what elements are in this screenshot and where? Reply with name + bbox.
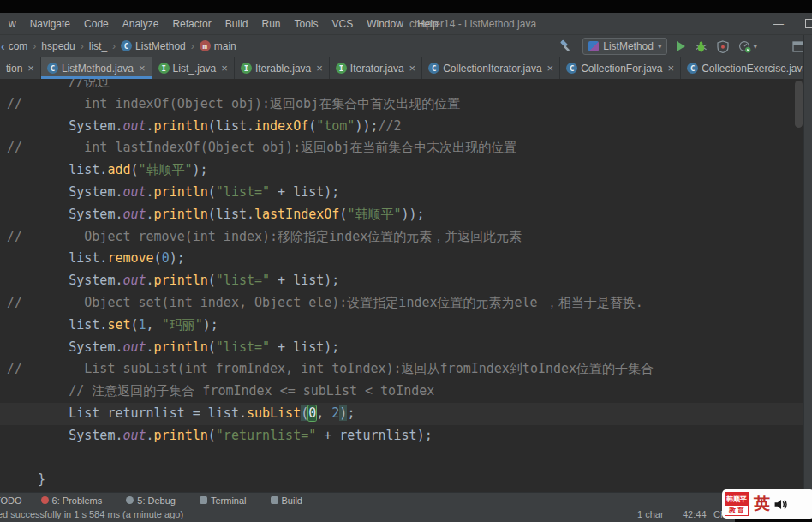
menu-item-run[interactable]: Run [254, 13, 287, 35]
code-segment: // int lastIndexOf(Object obj):返回obj在当前集… [7, 140, 516, 155]
debug-button[interactable] [695, 40, 708, 53]
run-config-select[interactable]: ListMethod ▾ [582, 38, 667, 55]
toolwindow-button-build[interactable]: Build [271, 495, 302, 506]
build-hammer-icon[interactable] [559, 39, 573, 53]
code-segment: "list=" [216, 339, 270, 355]
right-toolwindow-stripe[interactable] [803, 35, 812, 507]
code-segment: System. [7, 118, 122, 134]
code-line-6[interactable]: System.out.println("list=" + list); [0, 182, 803, 204]
code-segment: . [146, 273, 154, 288]
toolwindow-button-terminal[interactable]: Terminal [200, 495, 247, 506]
menu-item-tools[interactable]: Tools [288, 13, 325, 35]
tab-tion[interactable]: tion× [0, 57, 41, 79]
breadcrumb-item-main[interactable]: mmain [200, 40, 236, 52]
toolwindow-button-todo[interactable]: TODO [0, 495, 22, 506]
code-segment: + list); [270, 339, 339, 355]
coverage-button[interactable] [717, 40, 729, 53]
code-line-10[interactable]: System.out.println("list=" + list); [0, 270, 803, 292]
breadcrumb-item-list[interactable]: list_ [89, 40, 107, 52]
code-line-11[interactable]: // Object set(int index, Object ele):设置指… [0, 292, 803, 315]
code-line-2[interactable]: // int indexOf(Object obj):返回obj在集合中首次出现… [0, 93, 803, 116]
code-segment: 1 [139, 317, 146, 333]
tab-collectionfor-java[interactable]: CCollectionFor.java× [560, 57, 681, 79]
code-line-4[interactable]: // int lastIndexOf(Object obj):返回obj在当前集… [0, 137, 803, 159]
class-icon: C [566, 63, 577, 74]
nav-back-icon[interactable]: ‹ [1, 39, 5, 53]
code-segment: )); [401, 207, 424, 222]
code-line-7[interactable]: System.out.println(list.lastIndexOf("韩顺平… [0, 204, 803, 226]
caret-position[interactable]: 42:44 [683, 507, 707, 522]
close-icon[interactable]: × [27, 63, 34, 74]
tab-listmethod-java[interactable]: CListMethod.java× [41, 57, 152, 79]
menu-item-window[interactable]: Window [360, 13, 410, 35]
tab-collectionexercise-java[interactable]: CCollectionExercise.java× [681, 57, 812, 79]
breadcrumb-label: com [9, 40, 28, 52]
menu-item-navigate[interactable]: Navigate [23, 13, 77, 35]
maximize-button[interactable] [805, 19, 812, 28]
code-segment: add [107, 162, 130, 177]
code-line-14[interactable]: // List subList(int fromIndex, int toInd… [0, 358, 803, 381]
status-message: ed successfully in 1 s 584 ms (a minute … [0, 507, 183, 522]
tab-label: CollectionFor.java [581, 63, 662, 75]
profiler-button[interactable]: ▾ [738, 40, 757, 53]
close-icon[interactable]: × [668, 63, 675, 74]
code-line-13[interactable]: System.out.println("list=" + list); [0, 337, 803, 359]
code-line-5[interactable]: list.add("韩顺平"); [0, 159, 803, 182]
toolwindow-button-6-problems[interactable]: 6: Problems [41, 495, 103, 506]
code-line-12[interactable]: list.set(1, "玛丽"); [0, 315, 803, 337]
close-icon[interactable]: × [547, 63, 554, 74]
menu-item-w[interactable]: w [2, 13, 23, 35]
tab-iterator-java[interactable]: IIterator.java× [330, 57, 422, 79]
menu-item-analyze[interactable]: Analyze [116, 13, 166, 35]
code-line-16[interactable]: List returnlist = list.subList(0, 2); [0, 403, 803, 425]
code-line-3[interactable]: System.out.println(list.indexOf("tom"));… [0, 116, 803, 138]
code-line-8[interactable]: // Object remove(int index):移除指定index位置的… [0, 226, 803, 249]
terminal-icon [200, 496, 207, 504]
toolwindow-button-5-debug[interactable]: 5: Debug [126, 495, 176, 506]
code-segment: , [146, 317, 162, 333]
tab-list-java[interactable]: IList_.java× [152, 57, 235, 79]
code-segment: out [122, 339, 146, 355]
close-icon[interactable]: × [409, 63, 416, 74]
editor-scrollbar[interactable] [795, 81, 803, 128]
code-segment: indexOf [254, 118, 308, 134]
code-line-9[interactable]: list.remove(0); [0, 248, 803, 270]
breadcrumb-item-hspedu[interactable]: hspedu [41, 40, 75, 52]
toolwindow-label: Terminal [211, 495, 247, 506]
breadcrumb-label: ListMethod [135, 40, 186, 52]
close-icon[interactable]: × [139, 63, 146, 74]
toolwindow-label: 6: Problems [52, 495, 103, 506]
code-segment: //2 [379, 118, 402, 134]
code-segment: lastIndexOf [254, 207, 339, 222]
run-button[interactable] [677, 41, 685, 51]
tab-label: ListMethod.java [62, 63, 134, 75]
code-segment: println [154, 207, 208, 222]
menu-item-code[interactable]: Code [77, 13, 116, 35]
code-segment: , [316, 405, 331, 421]
tab-iterable-java[interactable]: IIterable.java× [235, 57, 330, 79]
close-icon[interactable]: × [221, 63, 228, 74]
class-icon: C [47, 63, 58, 74]
breadcrumb-item-com[interactable]: com [9, 40, 28, 52]
close-icon[interactable]: × [316, 63, 323, 74]
breadcrumb-item-listmethod[interactable]: CListMethod [121, 40, 186, 52]
menu-item-build[interactable]: Build [218, 13, 255, 35]
menu-item-refactor[interactable]: Refactor [165, 13, 218, 35]
code-line-18[interactable] [0, 447, 803, 470]
code-segment: "韩顺平" [139, 162, 193, 177]
code-segment: ( [308, 118, 316, 134]
code-segment: println [154, 184, 208, 200]
code-line-17[interactable]: System.out.println("returnlist=" + retur… [0, 425, 803, 447]
code-segment: "list=" [216, 273, 270, 288]
code-line-15[interactable]: // 注意返回的子集合 fromIndex <= subList < toInd… [0, 381, 803, 403]
menu-items: wNavigateCodeAnalyzeRefactorBuildRunTool… [0, 13, 445, 35]
code-line-19[interactable]: } [0, 469, 803, 491]
code-line-1[interactable]: //说过 [0, 79, 803, 93]
menu-item-vcs[interactable]: VCS [325, 13, 361, 35]
tab-collectioniterator-java[interactable]: CCollectionIterator.java× [422, 57, 560, 79]
code-segment: list. [7, 317, 107, 333]
code-segment: "玛丽" [162, 317, 203, 333]
code-segment: 2 [331, 405, 339, 421]
code-editor[interactable]: //说过// int indexOf(Object obj):返回obj在集合中… [0, 79, 803, 492]
minimize-button[interactable]: — [767, 13, 790, 35]
